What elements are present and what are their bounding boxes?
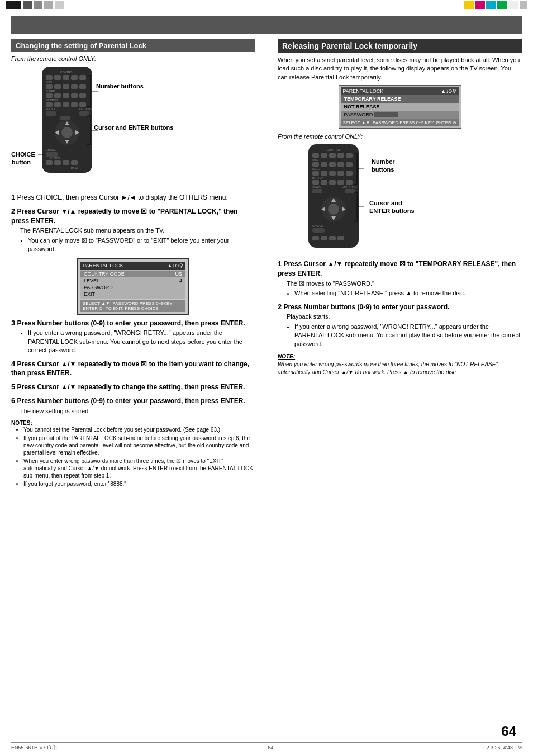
right-column: Releasing Parental Lock temporarily When…: [266, 39, 522, 489]
right-color-blocks: [458, 0, 533, 10]
svg-rect-59: [346, 153, 353, 158]
bar-green: [497, 1, 507, 9]
right-step-2-sub: Playback starts.: [287, 313, 522, 321]
plock-items: TEMPORARY RELEASE NOT RELEASE PASSWORD _…: [341, 95, 459, 119]
svg-rect-10: [63, 84, 69, 89]
screen-item-exit: EXIT: [80, 291, 185, 297]
svg-text:OSD: OSD: [312, 158, 318, 162]
screen-item-level: LEVEL4: [80, 277, 185, 284]
screen-menu-items-left: COUNTRY CODEUS LEVEL4 PASSWORD EXIT: [80, 270, 185, 299]
svg-text:AUDIO: AUDIO: [312, 185, 321, 188]
step-2-bullets: You can only move ☒ to "PASSWORD" or to …: [20, 237, 255, 254]
right-step-2-bullets: If you enter a wrong password, "WRONG! R…: [287, 323, 522, 348]
right-label-number-buttons: Numberbuttons: [372, 158, 395, 174]
header-band: [11, 16, 522, 34]
bar-black: [6, 1, 21, 9]
svg-rect-16: [63, 93, 69, 98]
svg-text:SLEEP: SLEEP: [312, 167, 322, 171]
bar-gray1: [23, 1, 32, 9]
right-step-2: 2 Press Number buttons (0-9) to enter yo…: [278, 303, 522, 348]
svg-point-31: [61, 127, 73, 138]
svg-rect-17: [71, 93, 78, 98]
main-content: Changing the setting of Parental Lock Fr…: [0, 34, 533, 494]
footer-center: 64: [268, 745, 273, 750]
svg-rect-90: [312, 236, 319, 240]
plock-release-screen: PARENTAL LOCK ▲↓⊙⚲ TEMPORARY RELEASE NOT…: [339, 85, 461, 129]
svg-rect-27: [46, 111, 56, 116]
top-color-bar: [0, 0, 533, 10]
screen-item-password: PASSWORD: [80, 284, 185, 291]
svg-text:AUDIO: AUDIO: [46, 107, 55, 111]
svg-rect-5: [71, 75, 78, 80]
bar-white: [508, 1, 518, 9]
svg-text:OSD: OSD: [46, 81, 52, 84]
svg-text:OPTIONS: OPTIONS: [79, 107, 92, 111]
svg-rect-41: [63, 160, 69, 165]
right-steps: 1 Press Cursor ▲/▼ repeatedly move ☒ to …: [278, 259, 522, 348]
screen-item-country: COUNTRY CODEUS: [80, 271, 185, 277]
svg-rect-37: [46, 152, 58, 157]
svg-rect-20: [46, 102, 53, 107]
bar-gray2: [34, 1, 42, 9]
svg-rect-93: [337, 236, 344, 240]
page-number: 64: [501, 724, 516, 739]
svg-rect-4: [63, 75, 69, 80]
svg-rect-71: [346, 171, 353, 176]
step-3-bullets: If you enter a wrong password, "WRONG! R…: [20, 329, 255, 355]
svg-rect-92: [329, 236, 336, 240]
left-notes-title: NOTES:: [11, 420, 255, 426]
svg-rect-73: [312, 180, 319, 185]
right-note: NOTE: When you enter wrong passwords mor…: [278, 353, 522, 376]
right-intro-text: When you set a strict parental level, so…: [278, 56, 522, 82]
bar-lgray: [520, 1, 527, 9]
step-5: 5 Press Cursor ▲/▼ repeatedly to change …: [11, 382, 255, 392]
plock-bottom-right: SELECT ▲▼ PASSWORD:PRESS 0~9 KEY ENTER ⊙: [341, 119, 459, 126]
step-6: 6 Press Number buttons (0-9) to enter yo…: [11, 396, 255, 415]
bottom-footer: EN55-66TH-V70[U]1 64 02.3.26, 4:48 PM: [11, 742, 522, 750]
svg-text:OPT. TRAC: OPT. TRAC: [342, 185, 356, 188]
svg-rect-55: [312, 153, 319, 158]
right-section-title: Releasing Parental Lock temporarily: [278, 39, 522, 53]
svg-rect-14: [46, 93, 53, 98]
svg-rect-75: [329, 180, 336, 185]
svg-text:CHOICE: CHOICE: [312, 224, 323, 228]
svg-rect-24: [79, 102, 86, 107]
svg-rect-89: [312, 228, 325, 233]
svg-rect-61: [312, 162, 319, 167]
svg-rect-23: [71, 102, 78, 107]
svg-rect-77: [346, 180, 353, 185]
svg-rect-22: [63, 102, 69, 107]
svg-text:SETTING: SETTING: [46, 98, 58, 102]
svg-rect-39: [46, 160, 53, 165]
svg-rect-74: [321, 180, 327, 185]
svg-rect-68: [321, 171, 327, 176]
left-steps: 1 Press CHOICE, then press Cursor ►/◄ to…: [11, 193, 255, 415]
svg-rect-70: [337, 171, 344, 176]
svg-text:SLEEP: SLEEP: [46, 89, 55, 93]
svg-rect-2: [46, 75, 53, 80]
svg-rect-12: [79, 84, 86, 89]
svg-rect-3: [54, 75, 61, 80]
right-step-1-bullets: When selecting "NOT RELEASE," press ▲ to…: [287, 289, 522, 297]
svg-rect-81: [345, 189, 355, 193]
svg-rect-76: [337, 180, 344, 185]
svg-text:CHECK: CHECK: [50, 157, 60, 160]
left-column: Changing the setting of Parental Lock Fr…: [11, 39, 266, 489]
svg-rect-29: [60, 116, 70, 120]
step-2: 2 Press Cursor ▼/▲ repeatedly to move ☒ …: [11, 207, 255, 254]
label-number-buttons: Number buttons: [96, 82, 144, 90]
svg-rect-56: [321, 153, 327, 158]
left-remote-diagram: CONTROL OSD SLEEP: [11, 65, 255, 188]
svg-rect-9: [54, 84, 61, 89]
svg-rect-62: [321, 162, 327, 167]
bar-cyan: [486, 1, 496, 9]
svg-rect-80: [312, 189, 322, 193]
top-divider-lines: [11, 12, 522, 13]
parental-lock-screen-left: PARENTAL LOCK ▲↓⊙⚲ COUNTRY CODEUS LEVEL4…: [77, 258, 189, 315]
svg-rect-67: [312, 171, 319, 176]
label-choice-button: CHOICEbutton: [11, 150, 31, 167]
right-step-1-sub: The ☒ moves to "PASSWORD.": [287, 280, 522, 288]
step-2-sub: The PARENTAL LOCK sub-menu appears on th…: [20, 226, 255, 235]
footer-right: 02.3.26, 4:48 PM: [483, 745, 522, 750]
left-notes: NOTES: You cannot set the Parental Lock …: [11, 420, 255, 488]
